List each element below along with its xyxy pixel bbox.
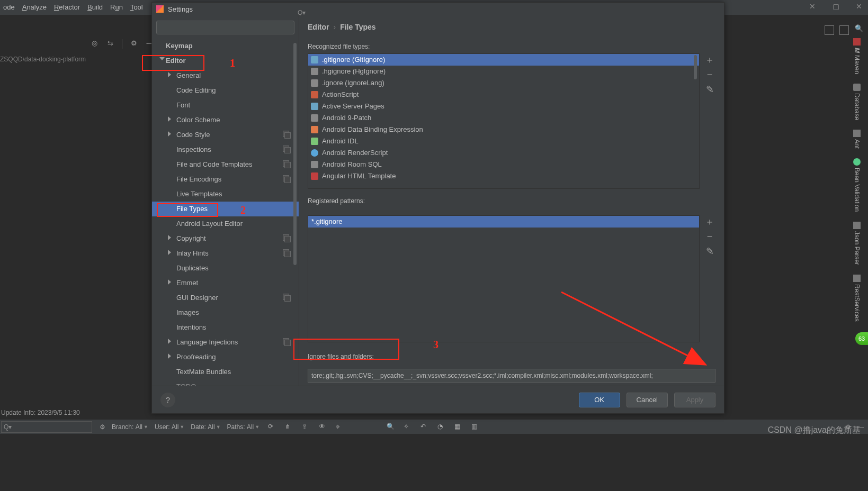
- scope-icon: [283, 160, 289, 167]
- tree-color-scheme[interactable]: Color Scheme: [152, 113, 299, 128]
- tree-file-encodings[interactable]: File Encodings: [152, 172, 299, 187]
- tree-inlay-hints[interactable]: Inlay Hints: [152, 246, 299, 261]
- filetype-icon: [311, 149, 318, 157]
- dialog-title: Settings: [168, 5, 193, 13]
- tree-duplicates[interactable]: Duplicates: [152, 261, 299, 276]
- goto-icon[interactable]: ⎆: [336, 423, 344, 431]
- exit-icon[interactable]: [825, 25, 834, 35]
- tree-proofreading[interactable]: Proofreading: [152, 350, 299, 365]
- tree-scrollbar[interactable]: [293, 39, 298, 386]
- annotation-box-3: [293, 339, 399, 360]
- tree-gui-designer[interactable]: GUI Designer: [152, 290, 299, 305]
- remove-button[interactable]: −: [705, 232, 714, 242]
- tool-json-parser[interactable]: Json Parser: [853, 222, 861, 265]
- edit-button[interactable]: ✎: [705, 85, 714, 95]
- add-button[interactable]: ＋: [705, 217, 714, 227]
- menu-build[interactable]: Build: [87, 0, 103, 15]
- tool-bean-validation[interactable]: Bean Validation: [853, 158, 861, 212]
- filter-date[interactable]: Date: All▼: [191, 423, 220, 431]
- tool-rest-services[interactable]: RestServices: [853, 275, 861, 322]
- filetypes-scrollbar[interactable]: [694, 54, 698, 188]
- filetype-icon: [311, 79, 318, 87]
- filetype-icon: [311, 91, 318, 98]
- apply-button[interactable]: Apply: [674, 393, 715, 407]
- ok-button[interactable]: OK: [579, 393, 620, 407]
- annotation-box-2: [157, 203, 218, 217]
- tree-todo[interactable]: TODO: [152, 379, 299, 386]
- right-breadcrumb: Editor›File Types: [308, 23, 715, 31]
- grid-icon[interactable]: ▦: [454, 423, 463, 431]
- tree-live-templates[interactable]: Live Templates: [152, 187, 299, 202]
- filetype-row: Active Server Pages: [308, 101, 699, 112]
- tool-ant[interactable]: Ant: [853, 130, 861, 149]
- cherry-pick-icon[interactable]: ⋔: [285, 423, 293, 431]
- tree-language-injections[interactable]: Language Injections: [152, 335, 299, 350]
- menu-run[interactable]: Run: [110, 0, 123, 15]
- tree-inspections[interactable]: Inspections: [152, 142, 299, 157]
- layout-icon[interactable]: [839, 25, 849, 35]
- push-icon[interactable]: ⇪: [302, 423, 310, 431]
- tree-android-layout-editor[interactable]: Android Layout Editor: [152, 216, 299, 231]
- app-close-icon[interactable]: ✕: [852, 2, 866, 11]
- settings-search-wrap: Q▾: [152, 15, 299, 39]
- menu-analyze[interactable]: Analyze: [22, 0, 47, 15]
- eye-icon[interactable]: 👁: [319, 423, 327, 431]
- filetype-icon: [311, 103, 318, 110]
- tree-intentions[interactable]: Intentions: [152, 320, 299, 335]
- filetypes-actions: ＋ − ✎: [700, 53, 715, 189]
- filetype-row: Android RenderScript: [308, 147, 699, 159]
- tree-code-editing[interactable]: Code Editing: [152, 83, 299, 98]
- menu-tool[interactable]: Tool: [130, 0, 143, 15]
- tool-database[interactable]: Database: [853, 84, 861, 120]
- filetypes-list[interactable]: .gitignore (GitIgnore) .hgignore (HgIgno…: [308, 53, 700, 189]
- filetype-row: Android IDL: [308, 135, 699, 147]
- annotation-label-3: 3: [433, 339, 439, 351]
- search-icon[interactable]: 🔍: [387, 423, 395, 431]
- tree-images[interactable]: Images: [152, 305, 299, 320]
- vcs-search-input[interactable]: Q▾: [1, 421, 92, 433]
- tree-textmate-bundles[interactable]: TextMate Bundles: [152, 365, 299, 379]
- collapse-icon[interactable]: ⇆: [105, 39, 115, 50]
- pattern-row[interactable]: *.gitignore: [308, 216, 699, 228]
- dialog-close-icon[interactable]: ✕: [806, 2, 819, 11]
- target-icon[interactable]: ◎: [89, 39, 100, 50]
- tool-maven[interactable]: MMaven: [853, 38, 861, 74]
- menu-code[interactable]: ode: [3, 0, 15, 15]
- clock-icon[interactable]: ◔: [437, 423, 446, 431]
- add-button[interactable]: ＋: [705, 56, 714, 65]
- search-icon[interactable]: 🔍: [854, 25, 864, 35]
- tree-file-code-templates[interactable]: File and Code Templates: [152, 157, 299, 172]
- cancel-button[interactable]: Cancel: [627, 393, 668, 407]
- help-button[interactable]: ?: [160, 393, 175, 407]
- filetype-icon: [311, 126, 318, 133]
- menu-refactor[interactable]: Refactor: [54, 0, 80, 15]
- scope-icon: [283, 131, 289, 137]
- tree-copyright[interactable]: Copyright: [152, 231, 299, 246]
- filter-user[interactable]: User: All▼: [155, 423, 184, 431]
- tree-font[interactable]: Font: [152, 98, 299, 113]
- annotation-box-1: [142, 55, 204, 71]
- tree-code-style[interactable]: Code Style: [152, 128, 299, 142]
- filter-branch[interactable]: Branch: All▼: [112, 423, 148, 431]
- filter-paths[interactable]: Paths: All▼: [227, 423, 260, 431]
- settings-search-input[interactable]: [156, 21, 294, 34]
- tree-emmet[interactable]: Emmet: [152, 276, 299, 290]
- gear-icon[interactable]: ⚙: [129, 39, 139, 50]
- filetype-row: .gitignore (GitIgnore): [308, 54, 699, 66]
- scope-icon: [283, 175, 289, 181]
- gear-icon[interactable]: ⚙: [100, 423, 105, 431]
- filetype-icon: [311, 56, 318, 63]
- tree-keymap[interactable]: Keymap: [152, 39, 299, 53]
- run-badge[interactable]: 63: [855, 332, 868, 345]
- intellij-logo-icon: [156, 5, 164, 13]
- filetype-icon: [311, 161, 318, 168]
- app-restore-icon[interactable]: ▢: [829, 2, 843, 11]
- remove-button[interactable]: −: [705, 70, 714, 80]
- undo-icon[interactable]: ↶: [420, 423, 429, 431]
- refresh-icon[interactable]: ⟳: [268, 423, 276, 431]
- edit-button[interactable]: ✎: [705, 247, 714, 257]
- columns-icon[interactable]: ▥: [471, 423, 480, 431]
- filetype-row: Angular HTML Template: [308, 170, 699, 182]
- dialog-titlebar[interactable]: Settings: [152, 3, 724, 15]
- wand-icon[interactable]: ✧: [404, 423, 412, 431]
